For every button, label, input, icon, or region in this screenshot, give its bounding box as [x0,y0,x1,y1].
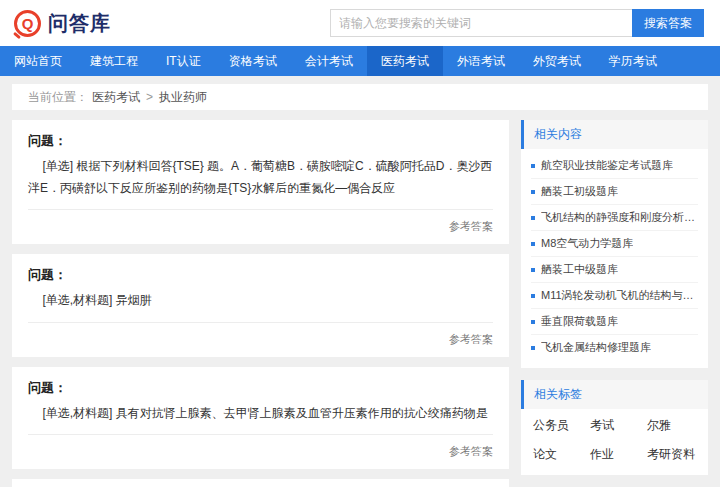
question-body: [单选] 根据下列材料回答{TSE} 题。A．葡萄糖B．磺胺嘧啶C．硫酸阿托品D… [28,156,493,199]
tag-link[interactable]: 尔雅 [647,417,696,434]
answer-link[interactable]: 参考答案 [449,445,493,457]
bullet-icon [531,242,535,246]
bullet-icon [531,190,535,194]
question-card: 问题： [单选,材料题] 异烟肼 参考答案 [12,254,509,357]
related-item[interactable]: 舾装工初级题库 [531,179,698,205]
question-title: 问题： [28,266,493,284]
question-title: 问题： [28,132,493,150]
question-footer: 参考答案 [28,209,493,236]
bullet-icon [531,346,535,350]
question-body: [单选,材料题] 具有对抗肾上腺素、去甲肾上腺素及血管升压素作用的抗心绞痛药物是 [28,403,493,425]
question-card: 问题： [单选] 根据下列材料回答{TSE} 题。A．毛细管B．砷化氢发生瓶C．… [12,479,509,487]
question-list: 问题： [单选] 根据下列材料回答{TSE} 题。A．葡萄糖B．磺胺嘧啶C．硫酸… [12,120,509,487]
related-item[interactable]: 航空职业技能鉴定考试题库 [531,153,698,179]
question-title: 问题： [28,379,493,397]
related-item-label: 飞机结构的静强度和刚度分析题库 [541,210,698,225]
tag-link[interactable]: 作业 [590,446,639,463]
logo-icon: Q [14,10,41,37]
related-item[interactable]: 飞机金属结构修理题库 [531,335,698,360]
related-item-label: 飞机金属结构修理题库 [541,340,651,355]
nav-item-qualification[interactable]: 资格考试 [215,46,291,76]
nav-item-home[interactable]: 网站首页 [0,46,76,76]
page-body: 当前位置： 医药考试 > 执业药师 问题： [单选] 根据下列材料回答{TSE}… [0,76,720,487]
site-logo[interactable]: Q 问答库 [14,10,111,37]
bullet-icon [531,268,535,272]
nav-item-it[interactable]: IT认证 [152,46,215,76]
question-footer: 参考答案 [28,322,493,349]
nav-item-medical[interactable]: 医药考试 [367,46,443,76]
question-card: 问题： [单选] 根据下列材料回答{TSE} 题。A．葡萄糖B．磺胺嘧啶C．硫酸… [12,120,509,244]
tag-link[interactable]: 考研资料 [647,446,696,463]
bullet-icon [531,294,535,298]
answer-link[interactable]: 参考答案 [449,333,493,345]
sidebar: 相关内容 航空职业技能鉴定考试题库 舾装工初级题库 飞机结构的静强度和刚度分析题… [521,120,708,487]
search-input[interactable] [330,9,632,37]
nav-item-education[interactable]: 学历考试 [595,46,671,76]
tag-link[interactable]: 公务员 [533,417,582,434]
related-content-list: 航空职业技能鉴定考试题库 舾装工初级题库 飞机结构的静强度和刚度分析题库 M8空… [521,149,708,368]
main-nav: 网站首页 建筑工程 IT认证 资格考试 会计考试 医药考试 外语考试 外贸考试 … [0,46,720,76]
nav-item-foreign-language[interactable]: 外语考试 [443,46,519,76]
related-item-label: 舾装工初级题库 [541,184,618,199]
answer-link[interactable]: 参考答案 [449,220,493,232]
site-header: Q 问答库 搜索答案 [0,0,720,46]
related-item-label: 垂直限荷载题库 [541,314,618,329]
related-item[interactable]: 飞机结构的静强度和刚度分析题库 [531,205,698,231]
breadcrumb: 当前位置： 医药考试 > 执业药师 [12,84,708,110]
related-item-label: 航空职业技能鉴定考试题库 [541,158,673,173]
site-title: 问答库 [48,10,111,37]
question-card: 问题： [单选,材料题] 具有对抗肾上腺素、去甲肾上腺素及血管升压素作用的抗心绞… [12,367,509,470]
bullet-icon [531,164,535,168]
related-item[interactable]: M11涡轮发动机飞机的结构与系统题库 [531,283,698,309]
bullet-icon [531,216,535,220]
tags-grid: 公务员 考试 尔雅 论文 作业 考研资料 [521,409,708,475]
related-tags-box: 相关标签 公务员 考试 尔雅 论文 作业 考研资料 [521,380,708,475]
nav-item-construction[interactable]: 建筑工程 [76,46,152,76]
related-item[interactable]: 舾装工中级题库 [531,257,698,283]
tag-link[interactable]: 考试 [590,417,639,434]
breadcrumb-category-link[interactable]: 医药考试 [92,89,140,106]
breadcrumb-current-link[interactable]: 执业药师 [159,89,207,106]
related-item-label: 舾装工中级题库 [541,262,618,277]
related-tags-title: 相关标签 [521,380,708,409]
tag-link[interactable]: 论文 [533,446,582,463]
related-item-label: M8空气动力学题库 [541,236,633,251]
nav-item-accounting[interactable]: 会计考试 [291,46,367,76]
search-button[interactable]: 搜索答案 [632,9,704,37]
related-item-label: M11涡轮发动机飞机的结构与系统题库 [541,288,698,303]
search-bar: 搜索答案 [330,9,704,37]
breadcrumb-prefix: 当前位置： [28,89,88,106]
breadcrumb-separator: > [146,90,153,104]
question-footer: 参考答案 [28,434,493,461]
nav-item-foreign-trade[interactable]: 外贸考试 [519,46,595,76]
related-content-box: 相关内容 航空职业技能鉴定考试题库 舾装工初级题库 飞机结构的静强度和刚度分析题… [521,120,708,368]
question-body: [单选,材料题] 异烟肼 [28,290,493,312]
bullet-icon [531,320,535,324]
related-content-title: 相关内容 [521,120,708,149]
related-item[interactable]: 垂直限荷载题库 [531,309,698,335]
related-item[interactable]: M8空气动力学题库 [531,231,698,257]
